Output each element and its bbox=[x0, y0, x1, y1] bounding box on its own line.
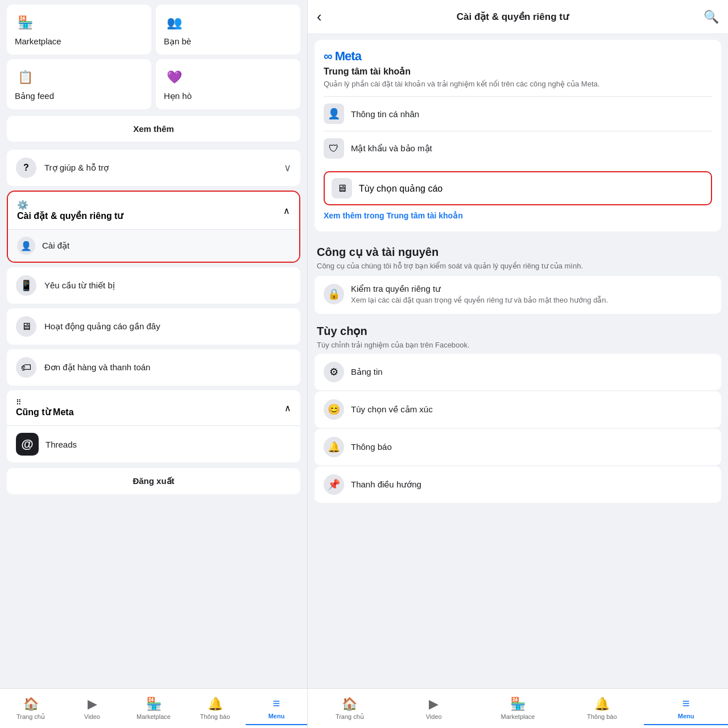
right-video-label: Video bbox=[426, 713, 442, 720]
tro-giup-item[interactable]: ? Trợ giúp & hỗ trợ ∨ bbox=[7, 150, 300, 186]
nav-marketplace[interactable]: 🏪 Marketplace bbox=[123, 692, 184, 725]
right-marketplace-label: Marketplace bbox=[501, 713, 535, 720]
ad-activity-item[interactable]: 🖥 Hoạt động quảng cáo gần đây bbox=[7, 308, 300, 345]
bang-tin-icon: ⚙ bbox=[324, 362, 344, 382]
right-video-icon: ▶ bbox=[429, 697, 439, 712]
ad-activity-icon: 🖥 bbox=[16, 316, 36, 337]
nav-thong-bao[interactable]: 🔔 Thông báo bbox=[184, 692, 246, 725]
right-bottom-nav: 🏠 Trang chủ ▶ Video 🏪 Marketplace 🔔 Thôn… bbox=[308, 688, 728, 728]
tro-giup-icon: ? bbox=[16, 158, 36, 178]
thanh-dieu-huong-item[interactable]: 📌 Thanh điều hướng bbox=[315, 466, 721, 503]
right-nav-video[interactable]: ▶ Video bbox=[392, 692, 476, 725]
left-panel: 🏪 Marketplace 👥 Bạn bè 📋 Bảng feed 💜 Hẹn… bbox=[0, 0, 307, 728]
right-panel: ‹ Cài đặt & quyền riêng tư 🔍 ∞ Meta Trun… bbox=[307, 0, 728, 728]
meta-card-desc: Quản lý phần cài đặt tài khoản và trải n… bbox=[324, 79, 712, 89]
right-header: ‹ Cài đặt & quyền riêng tư 🔍 bbox=[308, 0, 728, 34]
threads-item[interactable]: @ Threads bbox=[7, 425, 300, 462]
order-payment-left: 🏷 Đơn đặt hàng và thanh toán bbox=[16, 357, 150, 378]
menu-icon: ≡ bbox=[273, 696, 280, 711]
thong-bao-right-icon: 🔔 bbox=[324, 437, 344, 457]
right-nav-thong-bao[interactable]: 🔔 Thông báo bbox=[560, 692, 644, 725]
bottom-spacer bbox=[308, 504, 728, 521]
cam-xuc-label: Tùy chọn về cảm xúc bbox=[351, 404, 433, 415]
order-payment-icon: 🏷 bbox=[16, 357, 36, 378]
thong-tin-label: Thông tin cá nhân bbox=[351, 109, 419, 119]
threads-label: Threads bbox=[46, 440, 77, 449]
grid-marketplace[interactable]: 🏪 Marketplace bbox=[7, 5, 151, 55]
thong-bao-icon: 🔔 bbox=[208, 697, 223, 712]
kiem-tra-icon: 🔒 bbox=[324, 284, 344, 304]
ad-choice-wrapper: 🖥 Tùy chọn quảng cáo bbox=[324, 166, 712, 205]
kiem-tra-content: Kiểm tra quyền riêng tư Xem lại các cài … bbox=[351, 284, 608, 305]
ad-choice-item[interactable]: 🖥 Tùy chọn quảng cáo bbox=[324, 171, 712, 205]
ban-be-icon: 👥 bbox=[164, 13, 184, 33]
thong-tin-icon: 👤 bbox=[324, 104, 344, 124]
xem-them-link[interactable]: Xem thêm trong Trung tâm tài khoản bbox=[324, 205, 712, 222]
right-trang-chu-icon: 🏠 bbox=[342, 697, 357, 712]
cong-cu-heading: Công cụ và tài nguyên Công cụ của chúng … bbox=[308, 237, 728, 274]
tro-giup-chevron: ∨ bbox=[284, 162, 291, 174]
bang-feed-label: Bảng feed bbox=[15, 91, 143, 101]
back-button[interactable]: ‹ bbox=[317, 8, 322, 26]
device-request-label: Yêu cầu từ thiết bị bbox=[44, 280, 115, 291]
bang-tin-item[interactable]: ⚙ Bảng tin bbox=[315, 354, 721, 390]
cam-xuc-icon: 😊 bbox=[324, 399, 344, 420]
meta-section-label: Cũng từ Meta bbox=[16, 407, 74, 417]
kiem-tra-item[interactable]: 🔒 Kiểm tra quyền riêng tư Xem lại các cà… bbox=[315, 276, 721, 313]
mat-khau-icon: 🛡 bbox=[324, 138, 344, 159]
thanh-dieu-huong-icon: 📌 bbox=[324, 474, 344, 495]
cai-dat-header[interactable]: ⚙️ Cài đặt & quyền riêng tư ∧ bbox=[8, 192, 299, 229]
cai-dat-sub-icon: 👤 bbox=[17, 237, 35, 255]
marketplace-nav-label: Marketplace bbox=[136, 713, 171, 720]
right-nav-marketplace[interactable]: 🏪 Marketplace bbox=[476, 692, 560, 725]
meta-section-header[interactable]: ⠿ Cũng từ Meta ∧ bbox=[7, 390, 300, 425]
device-request-item[interactable]: 📱 Yêu cầu từ thiết bị bbox=[7, 267, 300, 304]
order-payment-item[interactable]: 🏷 Đơn đặt hàng và thanh toán bbox=[7, 349, 300, 386]
thong-tin-item[interactable]: 👤 Thông tin cá nhân bbox=[324, 96, 712, 131]
cai-dat-section: ⚙️ Cài đặt & quyền riêng tư ∧ 👤 Cài đặt bbox=[7, 191, 300, 263]
right-thong-bao-icon: 🔔 bbox=[594, 697, 610, 712]
grid-bang-feed[interactable]: 📋 Bảng feed bbox=[7, 59, 151, 109]
cai-dat-chevron: ∧ bbox=[283, 205, 290, 216]
nav-video[interactable]: ▶ Video bbox=[61, 692, 123, 725]
bang-tin-label: Bảng tin bbox=[351, 367, 383, 377]
thanh-dieu-huong-label: Thanh điều hướng bbox=[351, 479, 421, 490]
bang-feed-icon: 📋 bbox=[15, 67, 35, 88]
right-marketplace-icon: 🏪 bbox=[510, 697, 526, 712]
ad-activity-label: Hoạt động quảng cáo gần đây bbox=[44, 321, 160, 332]
cam-xuc-item[interactable]: 😊 Tùy chọn về cảm xúc bbox=[315, 391, 721, 428]
search-button[interactable]: 🔍 bbox=[704, 10, 719, 24]
thong-bao-right-item[interactable]: 🔔 Thông báo bbox=[315, 429, 721, 465]
cai-dat-label: Cài đặt & quyền riêng tư bbox=[17, 211, 123, 221]
video-label: Video bbox=[84, 713, 100, 720]
dang-xuat-button[interactable]: Đăng xuất bbox=[7, 468, 300, 494]
tuy-chon-desc: Tùy chỉnh trải nghiệm của bạn trên Faceb… bbox=[317, 340, 719, 350]
right-content: ∞ Meta Trung tâm tài khoản Quản lý phần … bbox=[308, 34, 728, 688]
menu-label: Menu bbox=[268, 713, 285, 719]
grid-hen-ho[interactable]: 💜 Hẹn hò bbox=[156, 59, 300, 109]
cong-cu-title: Công cụ và tài nguyên bbox=[317, 245, 719, 259]
grid-ban-be[interactable]: 👥 Bạn bè bbox=[156, 5, 300, 55]
hen-ho-label: Hẹn hò bbox=[164, 91, 292, 101]
ad-activity-left: 🖥 Hoạt động quảng cáo gần đây bbox=[16, 316, 160, 337]
mat-khau-item[interactable]: 🛡 Mật khẩu và bảo mật bbox=[324, 131, 712, 166]
ad-choice-icon: 🖥 bbox=[332, 178, 352, 198]
kiem-tra-sub: Xem lại các cài đặt quan trọng về quyền … bbox=[351, 295, 608, 305]
hen-ho-icon: 💜 bbox=[164, 67, 184, 88]
right-menu-label: Menu bbox=[678, 713, 694, 719]
xem-them-button[interactable]: Xem thêm bbox=[7, 116, 300, 142]
marketplace-icon: 🏪 bbox=[15, 13, 35, 33]
nav-menu[interactable]: ≡ Menu bbox=[246, 692, 307, 725]
right-nav-trang-chu[interactable]: 🏠 Trang chủ bbox=[308, 692, 392, 725]
tuy-chon-title: Tùy chọn bbox=[317, 324, 719, 338]
right-trang-chu-label: Trang chủ bbox=[336, 713, 364, 721]
right-header-title: Cài đặt & quyền riêng tư bbox=[457, 11, 569, 23]
right-nav-menu[interactable]: ≡ Menu bbox=[644, 692, 728, 725]
meta-account-card: ∞ Meta Trung tâm tài khoản Quản lý phần … bbox=[315, 40, 721, 231]
tuy-chon-heading: Tùy chọn Tùy chỉnh trải nghiệm của bạn t… bbox=[308, 316, 728, 353]
nav-trang-chu[interactable]: 🏠 Trang chủ bbox=[0, 692, 61, 725]
ban-be-label: Bạn bè bbox=[164, 36, 292, 47]
right-thong-bao-label: Thông báo bbox=[587, 713, 617, 720]
cai-dat-sub[interactable]: 👤 Cài đặt bbox=[8, 229, 299, 262]
meta-section-icon: ⠿ bbox=[16, 398, 74, 407]
